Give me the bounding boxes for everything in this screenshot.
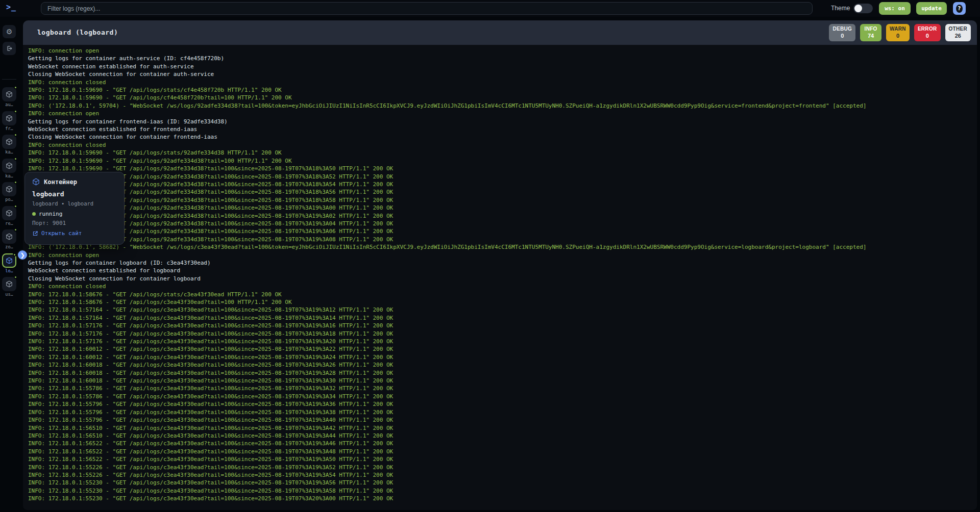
terminal-logo-icon: >_ bbox=[6, 3, 16, 12]
log-line: Closing WebSocket connection for contain… bbox=[28, 133, 977, 141]
logout-icon bbox=[6, 45, 13, 52]
expand-panel-button[interactable]: ❯ bbox=[17, 249, 28, 261]
log-line: INFO: ('172.18.0.1', 59704) - "WebSocket… bbox=[28, 102, 977, 110]
log-line: Closing WebSocket connection for contain… bbox=[28, 70, 977, 78]
log-line: INFO: 172.18.0.1:55226 - "GET /api/logs/… bbox=[28, 471, 977, 479]
cube-icon bbox=[2, 277, 16, 291]
theme-toggle[interactable] bbox=[853, 4, 873, 13]
log-line: INFO: 172.18.0.1:60018 - "GET /api/logs/… bbox=[28, 377, 977, 385]
log-line: INFO: 172.18.0.1:58676 - "GET /api/logs/… bbox=[28, 298, 977, 306]
cube-icon bbox=[32, 178, 40, 186]
sidebar-container-lo[interactable]: lo… bbox=[1, 253, 17, 275]
status-dot bbox=[14, 228, 17, 232]
container-status: running bbox=[32, 211, 117, 217]
log-output[interactable]: INFO: connection openGetting logs for co… bbox=[23, 45, 977, 510]
sidebar-container-au[interactable]: au… bbox=[1, 87, 17, 109]
log-line: INFO: 172.18.0.1:57176 - "GET /api/logs/… bbox=[28, 330, 977, 338]
log-line: INFO: 172.18.0.1:57164 - "GET /api/logs/… bbox=[28, 314, 977, 322]
filter-logs-input[interactable] bbox=[41, 2, 813, 15]
log-line: INFO: 172.18.0.1:59690 - "GET /api/logs/… bbox=[28, 212, 977, 220]
tooltip-header: Контейнер bbox=[32, 178, 117, 186]
log-line: WebSocket connection established for aut… bbox=[28, 63, 977, 70]
badge-count: 0 bbox=[918, 32, 937, 39]
badge-count: 74 bbox=[864, 32, 878, 39]
log-line: INFO: 172.18.0.1:59690 - "GET /api/logs/… bbox=[28, 220, 977, 227]
chevron-right-icon: ❯ bbox=[20, 252, 24, 259]
log-line: INFO: 172.18.0.1:58676 - "GET /api/logs/… bbox=[28, 291, 977, 298]
cube-icon bbox=[2, 159, 16, 173]
log-line: INFO: connection closed bbox=[28, 283, 977, 290]
sidebar-container-ka[interactable]: ka… bbox=[1, 159, 17, 181]
container-label: zo… bbox=[1, 244, 17, 249]
log-line: INFO: connection open bbox=[28, 47, 977, 55]
status-dot bbox=[14, 181, 17, 184]
log-line: INFO: 172.18.0.1:59690 - "GET /api/logs/… bbox=[28, 173, 977, 181]
sidebar-container-fr[interactable]: fr… bbox=[1, 111, 17, 133]
panel-header: logboard (logboard) DEBUG0INFO74WARN0ERR… bbox=[23, 20, 977, 45]
container-label: au… bbox=[1, 102, 17, 107]
container-label: us… bbox=[1, 292, 17, 297]
log-line: INFO: 172.18.0.1:55226 - "GET /api/logs/… bbox=[28, 464, 977, 471]
container-label: ka… bbox=[1, 173, 17, 178]
badge-info[interactable]: INFO74 bbox=[860, 24, 881, 41]
log-line: INFO: 172.18.0.1:60012 - "GET /api/logs/… bbox=[28, 353, 977, 361]
status-dot bbox=[14, 133, 17, 137]
log-line: INFO: 172.18.0.1:59690 - "GET /api/logs/… bbox=[28, 236, 977, 243]
log-line: INFO: 172.18.0.1:60018 - "GET /api/logs/… bbox=[28, 361, 977, 369]
container-subtitle: logboard • logboard bbox=[32, 200, 117, 207]
container-label: fr… bbox=[1, 126, 17, 131]
badge-debug[interactable]: DEBUG0 bbox=[829, 24, 855, 41]
status-dot bbox=[14, 275, 17, 279]
badge-other[interactable]: OTHER26 bbox=[945, 24, 971, 41]
ws-toggle-button[interactable]: ws: on bbox=[879, 2, 911, 15]
sidebar-container-re[interactable]: re… bbox=[1, 206, 17, 228]
log-line: INFO: 172.18.0.1:59690 - "GET /api/logs/… bbox=[28, 227, 977, 235]
top-bar: >_ Theme ws: on update ? bbox=[0, 0, 980, 17]
container-label: re… bbox=[1, 221, 17, 226]
cube-icon bbox=[2, 87, 16, 101]
gear-icon: ⚙ bbox=[6, 28, 13, 36]
log-line: Getting logs for container frontend-iaas… bbox=[28, 118, 977, 125]
log-line: INFO: 172.18.0.1:57176 - "GET /api/logs/… bbox=[28, 338, 977, 345]
log-line: INFO: connection closed bbox=[28, 79, 977, 86]
badge-label: ERROR bbox=[918, 25, 937, 32]
log-line: INFO: 172.18.0.1:59690 - "GET /api/logs/… bbox=[28, 181, 977, 188]
sidebar-container-po[interactable]: po… bbox=[1, 182, 17, 204]
badge-warn[interactable]: WARN0 bbox=[886, 24, 910, 41]
cube-icon bbox=[2, 229, 16, 244]
cube-icon bbox=[2, 135, 16, 149]
open-site-link[interactable]: Открыть сайт bbox=[32, 230, 117, 237]
log-line: WebSocket connection established for log… bbox=[28, 267, 977, 274]
settings-button[interactable]: ⚙ bbox=[3, 25, 16, 38]
badge-label: DEBUG bbox=[832, 25, 852, 32]
status-dot bbox=[32, 212, 36, 216]
log-line: INFO: 172.18.0.1:57164 - "GET /api/logs/… bbox=[28, 306, 977, 314]
cube-icon bbox=[2, 253, 16, 268]
sidebar-container-us[interactable]: us… bbox=[1, 277, 17, 299]
log-line: INFO: 172.18.0.1:55230 - "GET /api/logs/… bbox=[28, 479, 977, 487]
log-line: INFO: 172.18.0.1:59690 - "GET /api/logs/… bbox=[28, 165, 977, 172]
log-line: INFO: 172.18.0.1:55230 - "GET /api/logs/… bbox=[28, 487, 977, 495]
log-line: INFO: 172.18.0.1:56522 - "GET /api/logs/… bbox=[28, 448, 977, 455]
status-dot bbox=[14, 204, 17, 208]
log-line: INFO: 172.18.0.1:60018 - "GET /api/logs/… bbox=[28, 369, 977, 377]
container-label: po… bbox=[1, 197, 17, 202]
badge-error[interactable]: ERROR0 bbox=[914, 24, 941, 41]
cube-icon bbox=[2, 206, 16, 220]
status-dot bbox=[14, 157, 17, 161]
help-button[interactable]: ? bbox=[953, 2, 966, 15]
log-line: INFO: 172.18.0.1:56522 - "GET /api/logs/… bbox=[28, 440, 977, 447]
cube-icon bbox=[2, 182, 16, 196]
container-label: ka… bbox=[1, 149, 17, 155]
sidebar-container-zo[interactable]: zo… bbox=[1, 229, 17, 251]
log-line: Closing WebSocket connection for contain… bbox=[28, 275, 977, 283]
update-button[interactable]: update bbox=[916, 2, 947, 15]
sidebar-container-ka[interactable]: ka… bbox=[1, 135, 17, 157]
log-line: INFO: connection closed bbox=[28, 141, 977, 149]
external-link-icon bbox=[32, 231, 38, 237]
badge-count: 26 bbox=[949, 32, 968, 39]
sidebar: ⚙ au…fr…ka…ka…po…re…zo…lo…us… bbox=[0, 17, 18, 512]
log-line: INFO: 172.18.0.1:57176 - "GET /api/logs/… bbox=[28, 322, 977, 329]
logout-button[interactable] bbox=[3, 42, 16, 55]
status-text: running bbox=[39, 211, 62, 217]
